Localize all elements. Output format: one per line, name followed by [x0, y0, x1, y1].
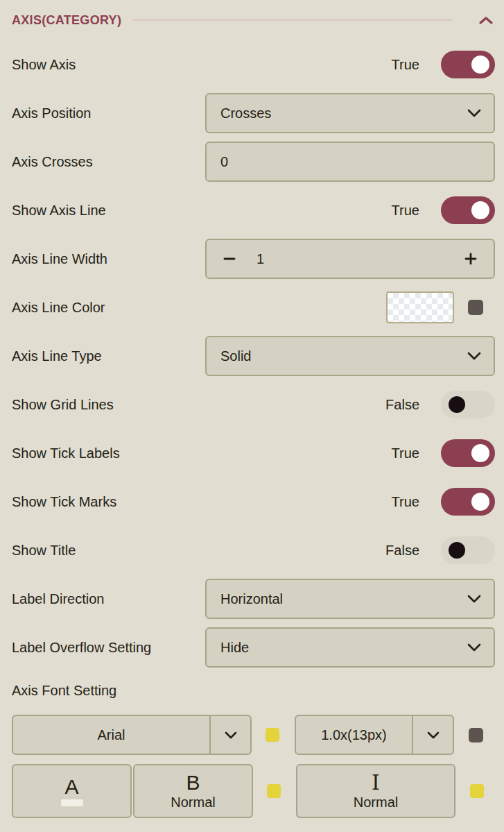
font-row-style-buttons: A B Normal I Normal: [12, 764, 495, 818]
axis-crosses-field: [205, 142, 495, 182]
font-color-button[interactable]: A: [12, 764, 132, 818]
show-tick-marks-toggle[interactable]: [441, 488, 495, 516]
toggle-value: True: [392, 57, 419, 73]
toggle-value: False: [385, 543, 419, 559]
font-italic-color-chip[interactable]: [470, 784, 484, 798]
header-divider: [132, 19, 452, 21]
font-family-value: Arial: [13, 716, 209, 754]
setting-label: Label Overflow Setting: [12, 640, 151, 656]
axis-line-type-select[interactable]: Solid: [205, 336, 495, 376]
font-row-family-size: Arial 1.0x(13px): [12, 715, 495, 755]
font-setting-label: Axis Font Setting: [12, 683, 116, 699]
setting-label: Label Direction: [12, 591, 104, 607]
axis-line-color-swatch[interactable]: [386, 291, 454, 323]
setting-row-label-direction: Label Direction Horizontal: [12, 575, 495, 623]
chevron-down-icon: [412, 716, 453, 754]
setting-label: Show Tick Labels: [12, 445, 120, 461]
axis-crosses-input[interactable]: [207, 143, 494, 180]
setting-row-axis-position: Axis Position Crosses: [12, 89, 495, 137]
decrement-button[interactable]: [220, 250, 238, 268]
setting-label: Axis Position: [12, 105, 92, 121]
chevron-up-icon: [478, 16, 494, 25]
setting-row-axis-line-color: Axis Line Color: [12, 283, 495, 332]
select-value: Horizontal: [220, 591, 283, 607]
setting-row-axis-crosses: Axis Crosses: [12, 137, 495, 186]
setting-label: Show Tick Marks: [12, 494, 116, 510]
select-value: Hide: [220, 640, 249, 656]
font-size-theme-chip[interactable]: [469, 728, 483, 742]
toggle-knob: [471, 493, 489, 511]
axis-position-select[interactable]: Crosses: [205, 93, 495, 133]
show-axis-line-toggle[interactable]: [441, 196, 495, 224]
chevron-down-icon: [209, 716, 250, 754]
theme-color-chip[interactable]: [468, 300, 483, 315]
color-controls: [386, 291, 495, 323]
font-family-select[interactable]: Arial: [12, 715, 252, 755]
axis-settings-panel: AXIS(CATEGORY) Show Axis True Axis Posit…: [0, 0, 504, 818]
font-setting-header: Axis Font Setting: [12, 672, 495, 709]
label-overflow-select[interactable]: Hide: [205, 627, 495, 668]
chevron-down-icon: [467, 109, 481, 117]
font-size-select[interactable]: 1.0x(13px): [295, 715, 454, 755]
chevron-down-icon: [467, 643, 481, 652]
section-title: AXIS(CATEGORY): [12, 13, 121, 28]
font-color-letter: A: [64, 776, 78, 797]
show-title-toggle[interactable]: [441, 536, 495, 564]
setting-row-show-axis-line: Show Axis Line True: [12, 186, 495, 235]
setting-row-show-axis: Show Axis True: [12, 40, 495, 89]
toggle-knob: [449, 396, 465, 413]
minus-icon: [222, 251, 237, 266]
setting-label: Show Axis Line: [12, 203, 106, 219]
toggle-value: False: [385, 397, 419, 413]
setting-row-label-overflow: Label Overflow Setting Hide: [12, 623, 495, 672]
font-color-indicator: [61, 799, 83, 806]
font-bold-button[interactable]: B Normal: [133, 764, 253, 818]
setting-row-show-tick-labels: Show Tick Labels True: [12, 429, 495, 477]
setting-row-show-tick-marks: Show Tick Marks True: [12, 477, 495, 526]
select-value: Crosses: [220, 105, 271, 121]
bold-letter: B: [186, 772, 200, 793]
bold-value: Normal: [171, 795, 215, 810]
label-direction-select[interactable]: Horizontal: [205, 579, 495, 619]
show-grid-lines-toggle[interactable]: [441, 391, 495, 418]
toggle-knob: [471, 201, 489, 219]
stepper-value: 1: [257, 251, 264, 267]
setting-label: Axis Line Type: [12, 348, 102, 364]
setting-label: Axis Crosses: [12, 154, 93, 170]
toggle-knob: [471, 56, 489, 74]
select-value: Solid: [220, 348, 251, 364]
setting-row-axis-line-width: Axis Line Width 1: [12, 235, 495, 283]
plus-icon: [463, 251, 478, 266]
setting-row-show-grid-lines: Show Grid Lines False: [12, 380, 495, 429]
setting-label: Axis Line Width: [12, 251, 107, 267]
font-bold-color-chip[interactable]: [267, 784, 281, 798]
chevron-down-icon: [467, 595, 481, 603]
section-header: AXIS(CATEGORY): [12, 0, 495, 40]
setting-label: Show Axis: [12, 57, 76, 73]
italic-value: Normal: [354, 795, 398, 810]
toggle-value: True: [392, 494, 419, 510]
collapse-section-button[interactable]: [477, 15, 495, 26]
setting-row-show-title: Show Title False: [12, 526, 495, 575]
italic-letter: I: [372, 772, 380, 793]
chevron-down-icon: [467, 352, 481, 360]
setting-label: Show Title: [12, 543, 76, 559]
toggle-value: True: [392, 445, 419, 461]
setting-label: Axis Line Color: [12, 300, 105, 316]
toggle-knob: [449, 542, 465, 559]
show-tick-labels-toggle[interactable]: [441, 439, 495, 467]
show-axis-toggle[interactable]: [441, 51, 495, 78]
toggle-knob: [471, 444, 489, 462]
setting-row-axis-line-type: Axis Line Type Solid: [12, 332, 495, 380]
increment-button[interactable]: [462, 250, 480, 268]
setting-label: Show Grid Lines: [12, 397, 114, 413]
font-size-value: 1.0x(13px): [296, 716, 412, 754]
axis-line-width-stepper: 1: [205, 239, 495, 279]
font-family-color-chip[interactable]: [266, 728, 279, 742]
toggle-value: True: [392, 203, 419, 219]
font-italic-button[interactable]: I Normal: [296, 764, 455, 818]
